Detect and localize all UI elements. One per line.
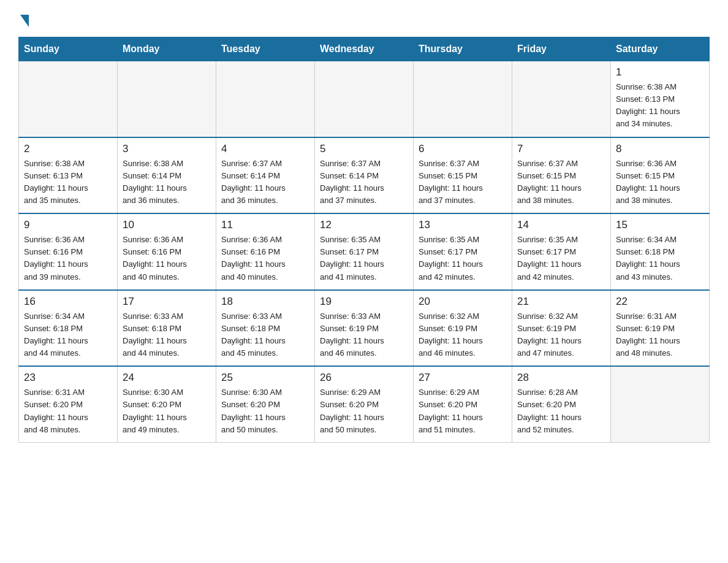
calendar-cell: 26Sunrise: 6:29 AM Sunset: 6:20 PM Dayli… (315, 366, 414, 442)
calendar-week-row: 1Sunrise: 6:38 AM Sunset: 6:13 PM Daylig… (19, 61, 710, 137)
calendar-week-row: 23Sunrise: 6:31 AM Sunset: 6:20 PM Dayli… (19, 366, 710, 442)
day-info: Sunrise: 6:28 AM Sunset: 6:20 PM Dayligh… (517, 386, 605, 436)
calendar-cell: 21Sunrise: 6:32 AM Sunset: 6:19 PM Dayli… (512, 290, 611, 367)
col-header-wednesday: Wednesday (315, 37, 414, 61)
col-header-sunday: Sunday (19, 37, 118, 61)
day-number: 12 (320, 219, 408, 231)
calendar-cell: 12Sunrise: 6:35 AM Sunset: 6:17 PM Dayli… (315, 213, 414, 290)
calendar-cell: 27Sunrise: 6:29 AM Sunset: 6:20 PM Dayli… (414, 366, 512, 442)
day-number: 15 (616, 219, 704, 231)
day-number: 13 (419, 219, 507, 231)
day-info: Sunrise: 6:38 AM Sunset: 6:13 PM Dayligh… (616, 81, 704, 131)
col-header-thursday: Thursday (414, 37, 512, 61)
day-info: Sunrise: 6:38 AM Sunset: 6:13 PM Dayligh… (24, 158, 112, 207)
day-info: Sunrise: 6:33 AM Sunset: 6:19 PM Dayligh… (320, 310, 408, 360)
calendar-cell: 11Sunrise: 6:36 AM Sunset: 6:16 PM Dayli… (216, 213, 315, 290)
day-info: Sunrise: 6:29 AM Sunset: 6:20 PM Dayligh… (419, 386, 507, 436)
day-info: Sunrise: 6:31 AM Sunset: 6:20 PM Dayligh… (24, 386, 112, 436)
calendar-cell (118, 61, 216, 137)
calendar-week-row: 9Sunrise: 6:36 AM Sunset: 6:16 PM Daylig… (19, 213, 710, 290)
calendar-week-row: 2Sunrise: 6:38 AM Sunset: 6:13 PM Daylig… (19, 137, 710, 214)
calendar-cell: 16Sunrise: 6:34 AM Sunset: 6:18 PM Dayli… (19, 290, 118, 367)
calendar-cell: 18Sunrise: 6:33 AM Sunset: 6:18 PM Dayli… (216, 290, 315, 367)
day-info: Sunrise: 6:35 AM Sunset: 6:17 PM Dayligh… (517, 234, 605, 283)
day-number: 11 (221, 219, 309, 231)
col-header-friday: Friday (512, 37, 611, 61)
calendar-cell: 10Sunrise: 6:36 AM Sunset: 6:16 PM Dayli… (118, 213, 216, 290)
calendar-cell: 8Sunrise: 6:36 AM Sunset: 6:15 PM Daylig… (611, 137, 710, 214)
day-info: Sunrise: 6:34 AM Sunset: 6:18 PM Dayligh… (24, 310, 112, 360)
calendar-cell: 5Sunrise: 6:37 AM Sunset: 6:14 PM Daylig… (315, 137, 414, 214)
calendar-cell: 7Sunrise: 6:37 AM Sunset: 6:15 PM Daylig… (512, 137, 611, 214)
day-number: 22 (616, 296, 704, 308)
calendar-cell: 23Sunrise: 6:31 AM Sunset: 6:20 PM Dayli… (19, 366, 118, 442)
day-number: 21 (517, 296, 605, 308)
day-info: Sunrise: 6:31 AM Sunset: 6:19 PM Dayligh… (616, 310, 704, 360)
day-number: 25 (221, 372, 309, 384)
calendar-cell: 22Sunrise: 6:31 AM Sunset: 6:19 PM Dayli… (611, 290, 710, 367)
day-number: 17 (123, 296, 211, 308)
calendar-cell: 14Sunrise: 6:35 AM Sunset: 6:17 PM Dayli… (512, 213, 611, 290)
calendar-cell: 20Sunrise: 6:32 AM Sunset: 6:19 PM Dayli… (414, 290, 512, 367)
day-info: Sunrise: 6:33 AM Sunset: 6:18 PM Dayligh… (123, 310, 211, 360)
day-info: Sunrise: 6:37 AM Sunset: 6:15 PM Dayligh… (517, 158, 605, 207)
day-number: 27 (419, 372, 507, 384)
calendar-cell: 28Sunrise: 6:28 AM Sunset: 6:20 PM Dayli… (512, 366, 611, 442)
calendar-week-row: 16Sunrise: 6:34 AM Sunset: 6:18 PM Dayli… (19, 290, 710, 367)
day-number: 24 (123, 372, 211, 384)
col-header-monday: Monday (118, 37, 216, 61)
calendar-cell: 25Sunrise: 6:30 AM Sunset: 6:20 PM Dayli… (216, 366, 315, 442)
day-number: 5 (320, 143, 408, 155)
day-info: Sunrise: 6:35 AM Sunset: 6:17 PM Dayligh… (419, 234, 507, 283)
day-info: Sunrise: 6:38 AM Sunset: 6:14 PM Dayligh… (123, 158, 211, 207)
day-number: 18 (221, 296, 309, 308)
day-info: Sunrise: 6:37 AM Sunset: 6:14 PM Dayligh… (320, 158, 408, 207)
logo (18, 12, 29, 26)
day-info: Sunrise: 6:35 AM Sunset: 6:17 PM Dayligh… (320, 234, 408, 283)
day-info: Sunrise: 6:34 AM Sunset: 6:18 PM Dayligh… (616, 234, 704, 283)
day-info: Sunrise: 6:36 AM Sunset: 6:16 PM Dayligh… (123, 234, 211, 283)
day-number: 19 (320, 296, 408, 308)
calendar-cell (19, 61, 118, 137)
day-number: 26 (320, 372, 408, 384)
calendar-cell: 13Sunrise: 6:35 AM Sunset: 6:17 PM Dayli… (414, 213, 512, 290)
day-number: 16 (24, 296, 112, 308)
day-info: Sunrise: 6:32 AM Sunset: 6:19 PM Dayligh… (517, 310, 605, 360)
col-header-tuesday: Tuesday (216, 37, 315, 61)
day-info: Sunrise: 6:36 AM Sunset: 6:16 PM Dayligh… (221, 234, 309, 283)
calendar-header-row: SundayMondayTuesdayWednesdayThursdayFrid… (19, 37, 710, 61)
calendar-cell: 9Sunrise: 6:36 AM Sunset: 6:16 PM Daylig… (19, 213, 118, 290)
day-number: 14 (517, 219, 605, 231)
col-header-saturday: Saturday (611, 37, 710, 61)
calendar-cell: 15Sunrise: 6:34 AM Sunset: 6:18 PM Dayli… (611, 213, 710, 290)
day-number: 28 (517, 372, 605, 384)
calendar-cell (611, 366, 710, 442)
page-header (18, 12, 710, 26)
calendar-cell: 6Sunrise: 6:37 AM Sunset: 6:15 PM Daylig… (414, 137, 512, 214)
calendar-cell: 2Sunrise: 6:38 AM Sunset: 6:13 PM Daylig… (19, 137, 118, 214)
calendar-cell: 3Sunrise: 6:38 AM Sunset: 6:14 PM Daylig… (118, 137, 216, 214)
day-number: 9 (24, 219, 112, 231)
day-number: 20 (419, 296, 507, 308)
day-info: Sunrise: 6:37 AM Sunset: 6:15 PM Dayligh… (419, 158, 507, 207)
calendar-cell: 19Sunrise: 6:33 AM Sunset: 6:19 PM Dayli… (315, 290, 414, 367)
calendar-cell (512, 61, 611, 137)
day-info: Sunrise: 6:37 AM Sunset: 6:14 PM Dayligh… (221, 158, 309, 207)
day-info: Sunrise: 6:36 AM Sunset: 6:16 PM Dayligh… (24, 234, 112, 283)
day-number: 6 (419, 143, 507, 155)
calendar-cell: 24Sunrise: 6:30 AM Sunset: 6:20 PM Dayli… (118, 366, 216, 442)
day-number: 1 (616, 66, 704, 79)
day-info: Sunrise: 6:33 AM Sunset: 6:18 PM Dayligh… (221, 310, 309, 360)
calendar-cell: 1Sunrise: 6:38 AM Sunset: 6:13 PM Daylig… (611, 61, 710, 137)
calendar-cell (414, 61, 512, 137)
day-number: 3 (123, 143, 211, 155)
day-info: Sunrise: 6:32 AM Sunset: 6:19 PM Dayligh… (419, 310, 507, 360)
logo-arrow-icon (20, 15, 29, 27)
day-number: 8 (616, 143, 704, 155)
day-number: 4 (221, 143, 309, 155)
day-info: Sunrise: 6:30 AM Sunset: 6:20 PM Dayligh… (123, 386, 211, 436)
day-info: Sunrise: 6:29 AM Sunset: 6:20 PM Dayligh… (320, 386, 408, 436)
calendar-cell: 4Sunrise: 6:37 AM Sunset: 6:14 PM Daylig… (216, 137, 315, 214)
day-info: Sunrise: 6:30 AM Sunset: 6:20 PM Dayligh… (221, 386, 309, 436)
calendar-table: SundayMondayTuesdayWednesdayThursdayFrid… (18, 37, 710, 443)
